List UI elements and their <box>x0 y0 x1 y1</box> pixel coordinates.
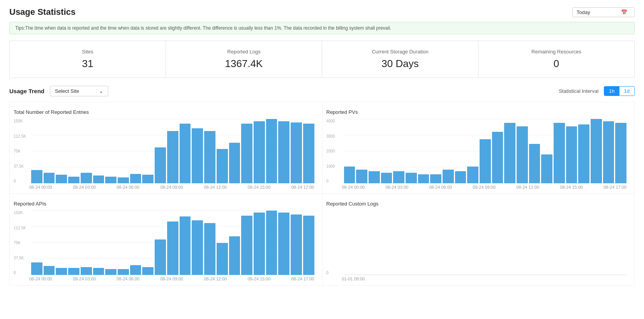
stat-value: 31 <box>14 58 162 70</box>
chart-panel-total-reported-entries: Total Number of Reported Entries 150K112… <box>9 102 322 193</box>
charts-grid: Total Number of Reported Entries 150K112… <box>9 102 635 285</box>
bar <box>105 177 116 183</box>
select-site-dropdown[interactable]: Select Site ⌄ <box>50 86 108 96</box>
bar <box>217 243 228 275</box>
chart-panel-reported-apis: Reported APIs 150K112.5K75K37.5K0 08-24 … <box>9 193 322 285</box>
bar-chart <box>326 119 627 183</box>
y-label-zero: 0 <box>326 271 329 275</box>
bar <box>155 239 166 275</box>
chart-title: Reported PVs <box>326 109 627 115</box>
bar <box>418 174 429 183</box>
bar <box>81 173 92 183</box>
bar <box>455 171 466 183</box>
x-label: 08-24 03:00 <box>73 185 96 190</box>
bar <box>56 175 67 183</box>
bar <box>118 269 129 275</box>
bar <box>603 121 614 183</box>
bar <box>217 149 228 183</box>
x-label: 08-24 00:00 <box>342 185 365 190</box>
bar <box>443 170 454 183</box>
bar <box>229 143 240 183</box>
chart-title: Reported Custom Logs <box>326 201 627 207</box>
section-right: Statistical Interval 1h 1d <box>559 86 635 96</box>
bar <box>167 222 178 275</box>
stat-value: 0 <box>482 58 630 70</box>
bar <box>406 173 417 183</box>
bar <box>44 173 55 183</box>
x-label: 08-24 09:00 <box>473 185 496 190</box>
stat-item: Remaining Resources 0 <box>478 41 634 78</box>
stat-label: Reported Logs <box>170 49 318 55</box>
bar <box>356 170 367 183</box>
bar <box>31 262 42 275</box>
stat-label: Sites <box>14 49 162 55</box>
interval-buttons: 1h 1d <box>604 86 635 96</box>
bar <box>381 173 392 183</box>
calendar-icon: 📅 <box>621 9 627 15</box>
bar <box>430 174 441 183</box>
bar <box>591 119 602 183</box>
interval-1h-button[interactable]: 1h <box>604 87 619 96</box>
chart-title: Reported APIs <box>14 201 314 207</box>
x-label: 08-24 06:00 <box>429 185 452 190</box>
x-label: 08-24 09:00 <box>160 185 183 190</box>
bar <box>266 119 277 183</box>
bar <box>467 167 478 183</box>
chart-title: Total Number of Reported Entries <box>14 109 314 115</box>
x-label: 08-24 06:00 <box>116 276 139 281</box>
stat-item: Sites 31 <box>10 41 166 78</box>
date-picker[interactable]: Today 📅 <box>572 7 635 17</box>
tips-bar: Tips:The time when data is reported and … <box>9 22 635 34</box>
chart-panel-reported-custom-logs: Reported Custom Logs 0 01-01 08:00 <box>322 193 635 285</box>
page-title: Usage Statistics <box>9 7 76 17</box>
bar <box>192 220 203 275</box>
x-label: 08-24 03:00 <box>385 185 408 190</box>
x-label: 08-24 17:00 <box>603 185 626 190</box>
x-label: 08-24 12:00 <box>204 276 227 281</box>
stat-label: Remaining Resources <box>482 49 630 55</box>
bar <box>155 147 166 183</box>
x-axis-labels: 08-24 00:0008-24 03:0008-24 06:0008-24 0… <box>326 185 627 190</box>
bar <box>68 268 79 275</box>
bar <box>541 154 552 183</box>
bar <box>241 124 252 183</box>
bar <box>105 269 116 275</box>
bar <box>130 174 141 183</box>
bar <box>554 123 565 183</box>
bar <box>93 268 104 275</box>
bar <box>517 126 528 183</box>
bar <box>31 170 42 183</box>
bar <box>303 124 314 183</box>
x-label: 08-24 15:00 <box>560 185 583 190</box>
x-label: 01-01 08:00 <box>342 276 365 281</box>
x-label: 08-24 12:00 <box>204 185 227 190</box>
bar <box>241 216 252 275</box>
interval-1d-button[interactable]: 1d <box>619 87 634 96</box>
x-axis-labels: 01-01 08:00 <box>326 276 627 281</box>
bar <box>81 267 92 275</box>
usage-trend-header: Usage Trend Select Site ⌄ Statistical In… <box>9 86 635 96</box>
stat-item: Current Storage Duration 30 Days <box>322 41 478 78</box>
bar <box>118 177 129 183</box>
x-label: 08-24 09:00 <box>160 276 183 281</box>
statistical-interval-label: Statistical Interval <box>559 88 598 94</box>
bar <box>56 268 67 275</box>
bar <box>291 214 302 275</box>
bar-chart <box>14 119 314 183</box>
bar <box>566 126 577 183</box>
bar <box>130 265 141 275</box>
bar <box>344 167 355 183</box>
chevron-down-icon: ⌄ <box>99 88 103 94</box>
bar <box>369 171 380 183</box>
x-label: 08-24 15:00 <box>248 185 271 190</box>
bar <box>254 213 265 275</box>
stat-label: Current Storage Duration <box>326 49 474 55</box>
bar <box>480 139 491 183</box>
bar <box>278 121 289 183</box>
x-label: 08-24 15:00 <box>248 276 271 281</box>
bar <box>44 266 55 275</box>
bar <box>393 171 404 183</box>
x-label: 08-24 17:00 <box>291 185 314 190</box>
x-label: 08-24 00:00 <box>29 185 52 190</box>
stat-value: 30 Days <box>326 58 474 70</box>
